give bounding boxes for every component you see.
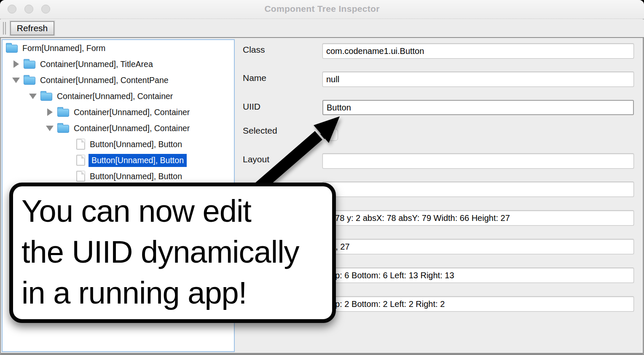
layout-field[interactable] (322, 153, 634, 169)
tree-item[interactable]: Button[Unnamed], Button (3, 136, 234, 152)
toolbar: Refresh (0, 19, 644, 38)
app-window: Component Tree Inspector Refresh Form[Un… (0, 0, 644, 355)
tree-item[interactable]: Container[Unnamed], Container (3, 104, 234, 120)
tree-item-label[interactable]: Container[Unnamed], Container (57, 91, 173, 101)
selected-checkbox[interactable] (326, 129, 338, 141)
folder-icon (24, 77, 35, 85)
name-label: Name (243, 73, 266, 83)
callout-bubble: You can now edit the UIID dynamically in… (9, 183, 336, 323)
name-field[interactable] (322, 72, 634, 87)
window-title: Component Tree Inspector (0, 4, 644, 14)
uiid-field[interactable] (322, 100, 634, 115)
constraint-field[interactable] (322, 182, 634, 197)
tree-item[interactable]: Button[Unnamed], Button (3, 152, 234, 168)
toolbar-drag-handle[interactable] (3, 22, 6, 35)
tree-item-label[interactable]: Button[Unnamed], Button (89, 154, 187, 167)
folder-icon (40, 93, 52, 101)
collapse-icon[interactable] (8, 78, 24, 83)
callout-text-line: the UIID dynamically (21, 231, 332, 272)
folder-icon (24, 61, 35, 69)
margin-field[interactable] (322, 296, 634, 312)
file-icon (76, 155, 85, 166)
tree-item[interactable]: Form[Unnamed], Form (3, 40, 234, 56)
title-bar[interactable]: Component Tree Inspector (0, 0, 644, 19)
collapse-icon[interactable] (25, 94, 40, 99)
expand-icon[interactable] (8, 60, 24, 68)
tree-item-label[interactable]: Form[Unnamed], Form (22, 43, 105, 53)
tree-item[interactable]: Container[Unnamed], Container (3, 120, 234, 136)
tree-item-label[interactable]: Container[Unnamed], Container (74, 124, 190, 133)
folder-icon (57, 109, 69, 117)
tree-item-label[interactable]: Button[Unnamed], Button (90, 140, 182, 149)
refresh-button[interactable]: Refresh (10, 21, 54, 35)
layout-label: Layout (243, 154, 269, 164)
preferred-size-field[interactable] (322, 239, 634, 254)
callout-text-line: in a running app! (21, 272, 332, 313)
uiid-label: UIID (243, 102, 260, 112)
tree-item[interactable]: Container[Unnamed], TitleArea (3, 56, 234, 72)
class-field[interactable] (322, 43, 634, 59)
tree-item-label[interactable]: Container[Unnamed], TitleArea (40, 59, 153, 69)
folder-icon (6, 45, 18, 53)
tree-item[interactable]: Button[Unnamed], Button (3, 168, 234, 184)
file-icon (76, 139, 85, 150)
tree-item[interactable]: Container[Unnamed], Container (3, 88, 234, 104)
coordinates-field[interactable] (322, 210, 634, 226)
tree-item-label[interactable]: Button[Unnamed], Button (90, 172, 182, 181)
collapse-icon[interactable] (42, 126, 57, 131)
padding-field[interactable] (322, 268, 634, 283)
tree-item-label[interactable]: Container[Unnamed], Container (74, 108, 190, 117)
folder-icon (57, 125, 69, 133)
file-icon (76, 171, 85, 182)
tree-item[interactable]: Container[Unnamed], ContentPane (3, 72, 234, 88)
callout-text-line: You can now edit (21, 191, 332, 231)
tree-item-label[interactable]: Container[Unnamed], ContentPane (40, 75, 169, 85)
expand-icon[interactable] (42, 108, 57, 116)
selected-label: Selected (243, 126, 277, 136)
class-label: Class (243, 45, 265, 55)
